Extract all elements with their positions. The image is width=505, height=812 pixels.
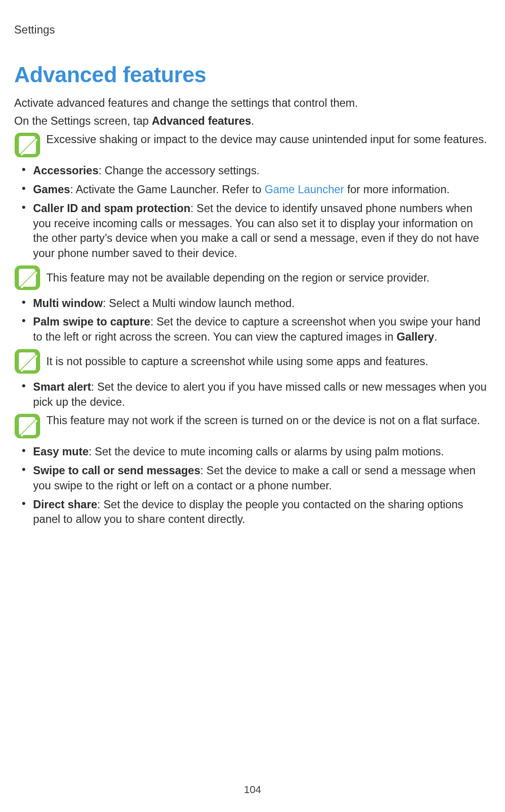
game-launcher-link[interactable]: Game Launcher [265,183,344,196]
intro2-c: . [251,115,255,127]
bullet-text: : Select a Multi window launch method. [103,297,295,309]
note-text: This feature may not be available depend… [46,265,429,286]
bullet-accessories: Accessories: Change the accessory settin… [33,163,491,179]
bullet-label: Palm swipe to capture [33,316,150,328]
bullet-label: Smart alert [33,381,91,393]
note-text: It is not possible to capture a screensh… [46,349,428,369]
bullet-label: Multi window [33,297,103,309]
feature-list-3: Smart alert: Set the device to alert you… [14,380,491,410]
feature-list-4: Easy mute: Set the device to mute incomi… [14,444,491,527]
intro2-b: Advanced features [152,115,251,127]
bullet-label: Games [33,183,70,196]
note-icon [14,413,41,439]
feature-list-2: Multi window: Select a Multi window laun… [14,296,491,345]
note-icon [14,265,41,291]
page-number: 104 [0,784,505,796]
note-icon [14,132,41,158]
bullet-palm-swipe: Palm swipe to capture: Set the device to… [33,315,491,344]
bullet-label: Direct share [33,498,97,511]
bullet-text: : Set the device to mute incoming calls … [89,445,444,458]
bullet-text-a: : Activate the Game Launcher. Refer to [70,183,264,196]
bullet-text-bold: Gallery [396,331,434,343]
bullet-label: Easy mute [33,445,89,458]
bullet-games: Games: Activate the Game Launcher. Refer… [33,182,491,197]
bullet-text-b: for more information. [344,183,449,196]
page-title: Advanced features [14,62,491,87]
note-screenshot-limitation: It is not possible to capture a screensh… [14,349,491,374]
bullet-label: Accessories [33,164,99,177]
bullet-easy-mute: Easy mute: Set the device to mute incomi… [33,444,491,460]
note-smart-alert-limitation: This feature may not work if the screen … [14,413,491,439]
bullet-direct-share: Direct share: Set the device to display … [33,497,491,527]
note-region-availability: This feature may not be available depend… [14,265,491,291]
note-text: This feature may not work if the screen … [46,413,480,428]
page: Settings Advanced features Activate adva… [0,0,505,812]
bullet-text: : Set the device to display the people y… [33,498,463,526]
bullet-swipe-call: Swipe to call or send messages: Set the … [33,463,491,493]
feature-list-1: Accessories: Change the accessory settin… [14,163,491,261]
bullet-multi-window: Multi window: Select a Multi window laun… [33,296,491,311]
bullet-label: Caller ID and spam protection [33,202,190,214]
section-header: Settings [14,24,491,36]
note-text: Excessive shaking or impact to the devic… [46,132,487,147]
bullet-text: : Set the device to alert you if you hav… [33,381,487,408]
bullet-label: Swipe to call or send messages [33,464,200,477]
bullet-smart-alert: Smart alert: Set the device to alert you… [33,380,491,410]
bullet-text: : Change the accessory settings. [99,164,260,177]
bullet-caller-id: Caller ID and spam protection: Set the d… [33,201,491,261]
bullet-text-b: . [434,331,437,343]
intro-paragraph-2: On the Settings screen, tap Advanced fea… [14,114,491,129]
intro-paragraph-1: Activate advanced features and change th… [14,96,491,111]
note-excessive-shaking: Excessive shaking or impact to the devic… [14,132,491,158]
intro2-a: On the Settings screen, tap [14,115,152,127]
note-icon [14,349,41,374]
